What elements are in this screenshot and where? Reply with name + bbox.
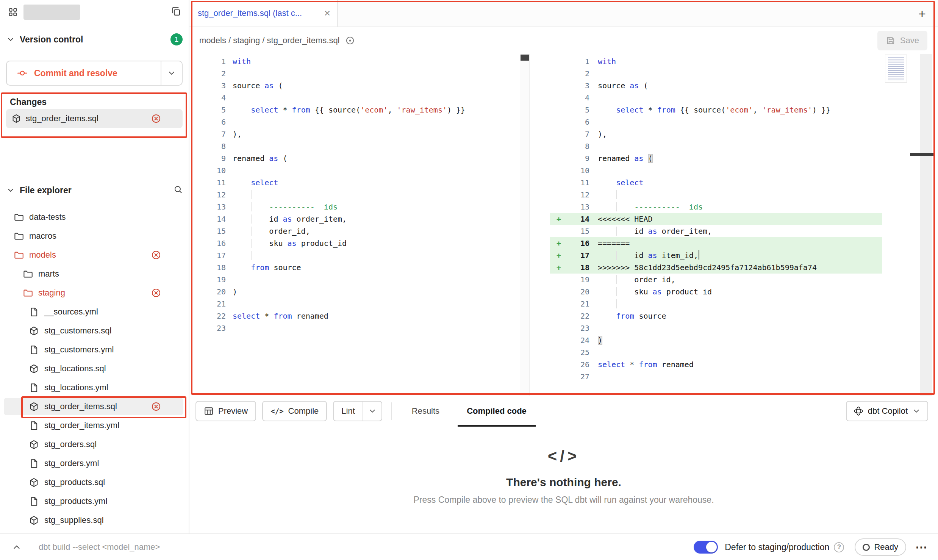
code-line[interactable]: 13 ---------- ids [550, 201, 882, 213]
code-line[interactable]: 23 [550, 322, 882, 334]
code-line[interactable]: 19 order_id, [550, 274, 882, 286]
preview-button[interactable]: Preview [195, 401, 256, 421]
editor-scrollbar-thumb[interactable] [910, 153, 933, 156]
code-line[interactable]: 4 [189, 92, 530, 104]
defer-toggle[interactable] [694, 541, 718, 554]
code-line[interactable]: 16 sku as product_id [189, 237, 530, 249]
tree-item-data-tests[interactable]: data-tests [0, 208, 189, 227]
close-icon[interactable]: × [324, 8, 330, 19]
help-icon[interactable]: ? [834, 542, 844, 552]
file-explorer-section-header[interactable]: File explorer [6, 183, 183, 198]
tree-item-models[interactable]: models [0, 246, 189, 264]
tree-item-stg_locations.yml[interactable]: stg_locations.yml [0, 378, 189, 397]
command-input[interactable] [39, 542, 251, 552]
code-line[interactable]: 25 [550, 346, 882, 358]
code-line[interactable]: 12 [189, 189, 530, 201]
lint-button[interactable]: Lint [333, 401, 363, 421]
code-line[interactable]: 20) [189, 286, 530, 298]
code-line[interactable]: +18>>>>>>> 58c1dd23d5eebd9cd2495fa7124ab… [550, 261, 882, 274]
code-line[interactable]: 22select * from renamed [189, 310, 530, 322]
code-line[interactable]: 5 select * from {{ source('ecom', 'raw_i… [550, 104, 882, 116]
tree-item-staging[interactable]: staging [0, 283, 189, 302]
code-line[interactable]: 7), [189, 128, 530, 140]
code-line[interactable]: 24) [550, 334, 882, 346]
changed-file-row[interactable]: stg_order_items.sql [6, 109, 183, 128]
copy-icon[interactable] [170, 6, 181, 18]
code-line[interactable]: 1with [189, 55, 530, 67]
tree-item-stg_orders.yml[interactable]: stg_orders.yml [0, 454, 189, 473]
code-line[interactable]: +17 id as item_id, [550, 249, 882, 261]
kebab-menu-icon[interactable]: ⋯ [915, 541, 927, 553]
tree-item-stg_locations.sql[interactable]: stg_locations.sql [0, 359, 189, 378]
code-line[interactable]: 2 [550, 67, 882, 80]
code-line[interactable]: 10 [550, 164, 882, 177]
tree-item-stg_supplies.sql[interactable]: stg_supplies.sql [0, 511, 189, 530]
tree-item-macros[interactable]: macros [0, 227, 189, 246]
code-line[interactable]: 9renamed as ( [550, 152, 882, 164]
tree-item-stg_orders.sql[interactable]: stg_orders.sql [0, 435, 189, 454]
tree-item-stg_products.yml[interactable]: stg_products.yml [0, 492, 189, 511]
search-icon[interactable] [174, 185, 183, 196]
code-line[interactable]: 26select * from renamed [550, 358, 882, 371]
new-tab-button[interactable]: + [914, 5, 930, 22]
editor-tab-stg-order-items[interactable]: stg_order_items.sql (last c... × [189, 0, 338, 27]
code-line[interactable]: 13 ---------- ids [189, 201, 530, 213]
status-badge[interactable]: Ready [855, 538, 906, 556]
code-line[interactable]: 18 from source [189, 261, 530, 274]
diff-pane-original[interactable]: 1with23source as (45 select * from {{ so… [189, 54, 530, 396]
version-control-section-header[interactable]: Version control 1 [6, 32, 183, 47]
code-line[interactable]: 2 [189, 67, 530, 80]
tree-item-stg_customers.sql[interactable]: stg_customers.sql [0, 321, 189, 340]
code-line[interactable]: 14 id as order_item, [189, 213, 530, 225]
code-line[interactable]: 17 [189, 249, 530, 261]
diff-pane-modified[interactable]: 1with23source as (45 select * from {{ so… [550, 54, 882, 396]
left-pane-scrollbar-thumb[interactable] [521, 55, 529, 61]
code-line[interactable]: +14<<<<<<< HEAD [550, 213, 882, 225]
code-line[interactable]: 27 [550, 371, 882, 383]
code-line[interactable]: 6 [550, 116, 882, 128]
tab-compiled-code[interactable]: Compiled code [456, 396, 537, 427]
compile-button[interactable]: </> Compile [262, 401, 327, 421]
tab-results[interactable]: Results [401, 396, 450, 427]
code-line[interactable]: 1with [550, 55, 882, 67]
tree-item-__sources.yml[interactable]: __sources.yml [0, 302, 189, 321]
file-state-icon[interactable] [345, 36, 355, 45]
tree-item-stg_products.sql[interactable]: stg_products.sql [0, 473, 189, 492]
code-line[interactable]: 23 [189, 322, 530, 334]
code-line[interactable]: 8 [550, 140, 882, 152]
code-line[interactable]: 15 order_id, [189, 225, 530, 237]
code-line[interactable]: 11 select [189, 177, 530, 189]
code-line[interactable]: 9renamed as ( [189, 152, 530, 164]
tree-item-stg_customers.yml[interactable]: stg_customers.yml [0, 340, 189, 359]
chevron-up-icon[interactable] [9, 540, 24, 555]
code-line[interactable]: 11 select [550, 177, 882, 189]
code-line[interactable]: 3source as ( [550, 80, 882, 92]
code-line[interactable]: 4 [550, 92, 882, 104]
dbt-copilot-button[interactable]: dbt Copilot [846, 401, 928, 421]
conflict-icon[interactable] [151, 113, 161, 124]
minimap[interactable] [885, 55, 907, 83]
code-line[interactable]: 19 [189, 274, 530, 286]
code-line[interactable]: 6 [189, 116, 530, 128]
left-pane-scrollbar[interactable] [520, 54, 530, 396]
tree-item-stg_order_items.yml[interactable]: stg_order_items.yml [0, 416, 189, 435]
code-line[interactable]: 21 [189, 298, 530, 310]
code-line[interactable]: 20 sku as product_id [550, 286, 882, 298]
code-line[interactable]: 8 [189, 140, 530, 152]
code-line[interactable]: 3source as ( [189, 80, 530, 92]
conflict-icon[interactable] [151, 401, 161, 412]
code-line[interactable]: 22 from source [550, 310, 882, 322]
tree-item-stg_order_items.sql[interactable]: stg_order_items.sql [0, 397, 189, 416]
conflict-icon[interactable] [151, 288, 161, 298]
save-button[interactable]: Save [877, 31, 927, 50]
commit-and-resolve-button[interactable]: Commit and resolve [7, 61, 161, 85]
code-line[interactable]: 15 id as order_item, [550, 225, 882, 237]
conflict-icon[interactable] [151, 250, 161, 260]
code-line[interactable]: 10 [189, 164, 530, 177]
editor-scrollbar[interactable] [920, 54, 932, 396]
commit-options-caret[interactable] [161, 61, 182, 85]
code-line[interactable]: 7), [550, 128, 882, 140]
code-line[interactable]: 21 [550, 298, 882, 310]
code-line[interactable]: 12 [550, 189, 882, 201]
code-line[interactable]: +16======= [550, 237, 882, 249]
